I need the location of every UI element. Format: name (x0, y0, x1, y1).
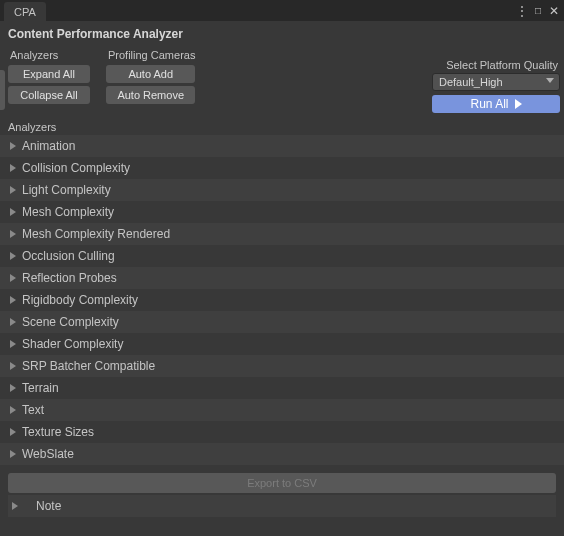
close-icon[interactable]: ✕ (546, 0, 562, 21)
window-tab[interactable]: CPA (4, 2, 46, 21)
tab-label: CPA (14, 6, 36, 18)
analyzer-row[interactable]: Texture Sizes (0, 421, 564, 443)
analyzer-row[interactable]: Scene Complexity (0, 311, 564, 333)
analyzer-row-label: Collision Complexity (22, 161, 130, 175)
auto-add-button[interactable]: Auto Add (106, 65, 195, 83)
analyzer-row[interactable]: SRP Batcher Compatible (0, 355, 564, 377)
left-edge-handle[interactable] (0, 70, 5, 110)
disclosure-triangle-icon (10, 384, 16, 392)
analyzer-row-label: WebSlate (22, 447, 74, 461)
page-title: Content Performance Analyzer (8, 27, 183, 41)
analyzer-row-label: Light Complexity (22, 183, 111, 197)
analyzers-col-label: Analyzers (8, 45, 90, 65)
analyzer-row[interactable]: Animation (0, 135, 564, 157)
quality-dropdown[interactable]: Default_High (432, 73, 560, 91)
kebab-menu-icon[interactable]: ⋮ (514, 0, 530, 21)
maximize-icon[interactable]: □ (530, 0, 546, 21)
play-icon (515, 99, 522, 109)
analyzer-row[interactable]: Rigidbody Complexity (0, 289, 564, 311)
analyzer-row-label: Rigidbody Complexity (22, 293, 138, 307)
chevron-down-icon (546, 78, 554, 83)
disclosure-triangle-icon (10, 406, 16, 414)
disclosure-triangle-icon (10, 274, 16, 282)
disclosure-triangle-icon (10, 252, 16, 260)
collapse-all-button[interactable]: Collapse All (8, 86, 90, 104)
analyzer-list: AnimationCollision ComplexityLight Compl… (0, 135, 564, 465)
analyzer-row-label: Animation (22, 139, 75, 153)
analyzer-row[interactable]: Reflection Probes (0, 267, 564, 289)
quality-column: Select Platform Quality Default_High Run… (195, 45, 560, 113)
analyzer-row-label: Shader Complexity (22, 337, 123, 351)
analyzer-row[interactable]: Mesh Complexity (0, 201, 564, 223)
analyzers-column: Analyzers Expand All Collapse All (8, 45, 90, 107)
disclosure-triangle-icon (10, 142, 16, 150)
analyzers-section-label: Analyzers (0, 113, 564, 135)
analyzer-row-label: Scene Complexity (22, 315, 119, 329)
analyzer-row-label: Occlusion Culling (22, 249, 115, 263)
analyzer-row-label: Text (22, 403, 44, 417)
window-titlebar: CPA ⋮ □ ✕ (0, 0, 564, 21)
quality-selected-value: Default_High (439, 76, 503, 88)
disclosure-triangle-icon (10, 296, 16, 304)
cameras-col-label: Profiling Cameras (106, 45, 195, 65)
disclosure-triangle-icon (10, 450, 16, 458)
analyzer-row-label: Mesh Complexity Rendered (22, 227, 170, 241)
select-quality-label: Select Platform Quality (446, 59, 560, 73)
analyzer-row-label: Mesh Complexity (22, 205, 114, 219)
expand-all-button[interactable]: Expand All (8, 65, 90, 83)
analyzer-row-label: SRP Batcher Compatible (22, 359, 155, 373)
disclosure-triangle-icon (10, 340, 16, 348)
analyzer-row[interactable]: Collision Complexity (0, 157, 564, 179)
analyzer-row[interactable]: Terrain (0, 377, 564, 399)
analyzer-row[interactable]: Mesh Complexity Rendered (0, 223, 564, 245)
analyzer-row[interactable]: Text (0, 399, 564, 421)
analyzer-row[interactable]: Shader Complexity (0, 333, 564, 355)
analyzer-row-label: Texture Sizes (22, 425, 94, 439)
analyzer-row[interactable]: Occlusion Culling (0, 245, 564, 267)
run-all-label: Run All (470, 97, 508, 111)
auto-remove-button[interactable]: Auto Remove (106, 86, 195, 104)
analyzer-row[interactable]: WebSlate (0, 443, 564, 465)
disclosure-triangle-icon (12, 502, 18, 510)
analyzer-row[interactable]: Light Complexity (0, 179, 564, 201)
note-label: Note (36, 499, 61, 513)
disclosure-triangle-icon (10, 186, 16, 194)
disclosure-triangle-icon (10, 208, 16, 216)
export-csv-button[interactable]: Export to CSV (8, 473, 556, 493)
note-row[interactable]: Note (8, 495, 556, 517)
disclosure-triangle-icon (10, 318, 16, 326)
disclosure-triangle-icon (10, 362, 16, 370)
disclosure-triangle-icon (10, 164, 16, 172)
disclosure-triangle-icon (10, 230, 16, 238)
analyzer-row-label: Reflection Probes (22, 271, 117, 285)
cameras-column: Profiling Cameras Auto Add Auto Remove (106, 45, 195, 107)
analyzer-row-label: Terrain (22, 381, 59, 395)
run-all-button[interactable]: Run All (432, 95, 560, 113)
disclosure-triangle-icon (10, 428, 16, 436)
